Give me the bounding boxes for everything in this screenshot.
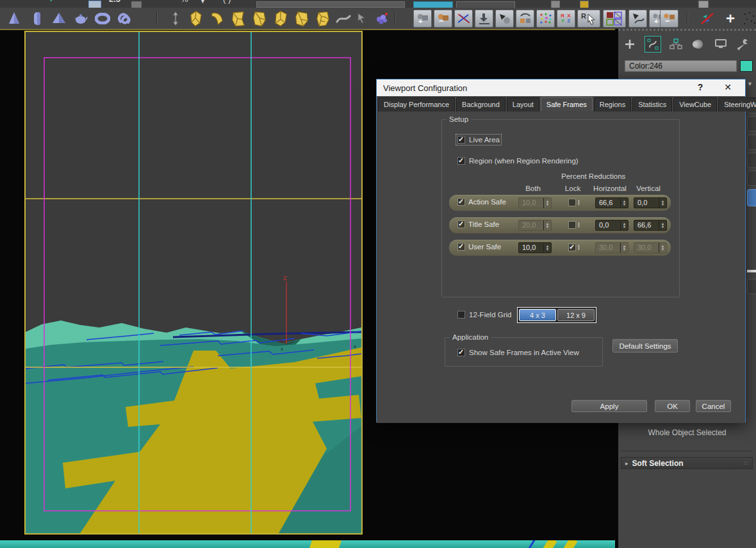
grid-12x9-button[interactable]: 12 x 9 bbox=[557, 309, 595, 321]
compound-tool-icon[interactable] bbox=[167, 10, 185, 27]
stack-button[interactable] bbox=[747, 116, 756, 131]
select-region-icon[interactable]: R bbox=[577, 10, 600, 28]
tab-viewcube[interactable]: ViewCube bbox=[673, 97, 717, 112]
object-color-swatch[interactable] bbox=[740, 60, 753, 72]
tab-statistics[interactable]: Statistics bbox=[632, 97, 672, 112]
quad-view-icon[interactable] bbox=[603, 10, 626, 28]
rollout-title: Soft Selection bbox=[632, 459, 684, 468]
title-safe-lock-checkbox[interactable] bbox=[568, 221, 576, 229]
pyramid-primitive-icon[interactable] bbox=[50, 10, 68, 27]
title-safe-horizontal-spinner[interactable]: 0,0▲▼ bbox=[595, 220, 629, 231]
tab-regions[interactable]: Regions bbox=[594, 97, 631, 112]
action-safe-vertical-spinner[interactable]: 0,0▲▼ bbox=[634, 197, 667, 208]
object-color-field[interactable]: Color:246 bbox=[625, 60, 737, 72]
show-safe-frames-checkbox[interactable] bbox=[457, 349, 465, 356]
snap-25-label[interactable]: 2.5 bbox=[109, 0, 120, 4]
extract-down-icon[interactable] bbox=[475, 10, 493, 28]
hedra-icon-1[interactable] bbox=[187, 10, 205, 27]
rxyz-axes-icon[interactable]: R XY Z bbox=[557, 10, 575, 28]
hedra-icon-4[interactable] bbox=[251, 10, 268, 27]
action-safe-horizontal-spinner[interactable]: 66,6▲▼ bbox=[595, 197, 629, 208]
hierarchy-panel-icon[interactable] bbox=[668, 37, 684, 52]
torus-knot-primitive-icon[interactable] bbox=[115, 10, 133, 27]
action-safe-both-spinner[interactable]: 10,0▲▼ bbox=[518, 197, 552, 208]
stack-divider bbox=[747, 270, 756, 272]
pen-curve-icon[interactable] bbox=[629, 10, 647, 28]
title-safe-both-spinner[interactable]: 20,0▲▼ bbox=[518, 220, 552, 231]
brackets-icon[interactable]: ( ) bbox=[223, 0, 231, 4]
tab-steeringwheels[interactable]: SteeringWheels bbox=[718, 97, 756, 112]
hedra-icon-2[interactable] bbox=[208, 10, 226, 27]
torus-primitive-icon[interactable] bbox=[94, 10, 111, 27]
boolean-subtract-icon[interactable]: − bbox=[434, 10, 452, 28]
lock-label: I bbox=[578, 244, 580, 251]
stack-button[interactable] bbox=[747, 279, 756, 294]
grid-4x3-button[interactable]: 4 x 3 bbox=[519, 309, 556, 321]
apply-button[interactable]: Apply bbox=[571, 400, 647, 412]
default-settings-button[interactable]: Default Settings bbox=[612, 339, 678, 353]
boolean-union-icon[interactable]: + bbox=[413, 10, 432, 28]
cancel-button[interactable]: Cancel bbox=[696, 400, 731, 412]
hedra-icon-7[interactable] bbox=[314, 10, 332, 27]
setup-group-label: Setup bbox=[447, 115, 471, 123]
capsule-primitive-icon[interactable] bbox=[28, 10, 46, 27]
teapot-primitive-icon[interactable] bbox=[72, 10, 90, 27]
snap-dropdown-icon[interactable]: ▼ bbox=[200, 0, 206, 4]
svg-text:−: − bbox=[665, 16, 670, 25]
modify-panel-icon[interactable] bbox=[645, 36, 661, 53]
create-panel-icon[interactable] bbox=[622, 37, 637, 52]
close-button[interactable]: ✕ bbox=[722, 82, 734, 92]
title-safe-checkbox[interactable] bbox=[457, 220, 465, 228]
ok-button[interactable]: OK bbox=[655, 400, 690, 412]
named-selection-field[interactable] bbox=[256, 1, 405, 8]
cone-primitive-icon[interactable] bbox=[5, 10, 23, 27]
modifier-list-dropdown-icon[interactable]: ▼ bbox=[747, 81, 753, 87]
user-safe-checkbox[interactable] bbox=[457, 243, 465, 251]
tab-layout[interactable]: Layout bbox=[507, 97, 539, 112]
hedra-icon-5[interactable] bbox=[272, 10, 290, 27]
rotate-copies-icon[interactable] bbox=[516, 10, 534, 28]
add-plus-icon[interactable]: + bbox=[721, 10, 739, 27]
snap-plus-icon[interactable]: + bbox=[49, 0, 54, 4]
remove-selection-icon[interactable]: − bbox=[660, 10, 678, 28]
percent-snap-icon[interactable]: % bbox=[181, 0, 188, 4]
hedra-icon-3[interactable] bbox=[229, 10, 247, 27]
region-row: Region (when Region Rendering) bbox=[457, 157, 579, 165]
user-safe-lock-checkbox[interactable] bbox=[568, 244, 576, 251]
perspective-viewport[interactable]: Z x x bbox=[24, 31, 363, 535]
no-snap-override-icon[interactable] bbox=[698, 10, 716, 27]
region-checkbox[interactable] bbox=[457, 157, 465, 165]
help-button[interactable]: ? bbox=[695, 82, 705, 92]
hedra-icon-6[interactable] bbox=[293, 10, 311, 27]
action-safe-lock-checkbox[interactable] bbox=[568, 199, 576, 206]
utilities-panel-icon[interactable] bbox=[735, 37, 751, 52]
stack-button[interactable] bbox=[747, 170, 756, 186]
user-safe-both-spinner[interactable]: 10,0▲▼ bbox=[518, 242, 552, 253]
bottom-viewport-strip[interactable] bbox=[0, 540, 615, 548]
particle-cluster-icon[interactable] bbox=[373, 10, 391, 27]
curve-tool-icon[interactable] bbox=[334, 10, 352, 27]
objects-toolbar: + − R XY Z R + − + bbox=[0, 8, 756, 29]
user-safe-vertical-spinner[interactable]: 30,0▲▼ bbox=[634, 242, 667, 253]
dialog-titlebar[interactable]: Viewport Configuration ? ✕ bbox=[377, 79, 745, 96]
attach-pen-icon[interactable] bbox=[495, 10, 514, 28]
stack-button[interactable] bbox=[747, 135, 756, 150]
column-header-horizontal: Horizontal bbox=[593, 185, 627, 192]
tab-display-performance[interactable]: Display Performance bbox=[378, 97, 455, 112]
soft-selection-rollout[interactable]: ▸ Soft Selection ∷ bbox=[621, 457, 753, 469]
twelve-field-grid-checkbox[interactable] bbox=[457, 311, 465, 319]
live-area-label: Live Area bbox=[469, 136, 500, 144]
scatter-dots-icon[interactable] bbox=[536, 10, 555, 28]
title-safe-vertical-spinner[interactable]: 66,6▲▼ bbox=[634, 220, 667, 231]
tab-background[interactable]: Background bbox=[456, 97, 505, 112]
crossing-arrows-icon[interactable] bbox=[454, 10, 473, 28]
tab-safe-frames[interactable]: Safe Frames bbox=[541, 97, 593, 111]
display-panel-icon[interactable] bbox=[713, 37, 728, 52]
action-safe-checkbox[interactable] bbox=[457, 198, 465, 206]
pick-cursor-icon[interactable] bbox=[353, 10, 371, 27]
stack-button[interactable] bbox=[747, 153, 756, 168]
stack-button-selected[interactable] bbox=[747, 189, 756, 206]
user-safe-horizontal-spinner[interactable]: 30,0▲▼ bbox=[595, 242, 629, 253]
live-area-checkbox[interactable] bbox=[457, 136, 465, 144]
motion-panel-icon[interactable] bbox=[691, 37, 706, 52]
